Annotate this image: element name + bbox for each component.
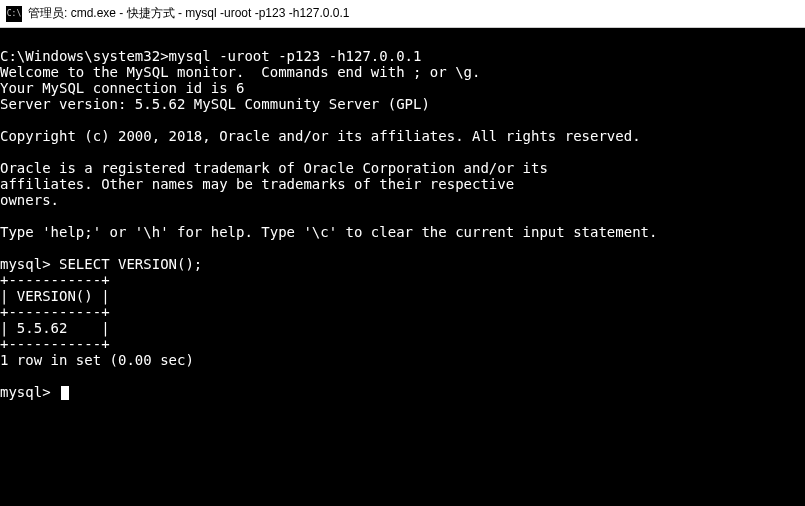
window-titlebar: C:\ 管理员: cmd.exe - 快捷方式 - mysql -uroot -… <box>0 0 805 28</box>
terminal-line: +-----------+ <box>0 304 110 320</box>
terminal-line: +-----------+ <box>0 336 110 352</box>
terminal-line: C:\Windows\system32>mysql -uroot -p123 -… <box>0 48 421 64</box>
window-title: 管理员: cmd.exe - 快捷方式 - mysql -uroot -p123… <box>28 5 349 22</box>
terminal-line: Type 'help;' or '\h' for help. Type '\c'… <box>0 224 657 240</box>
terminal-output[interactable]: C:\Windows\system32>mysql -uroot -p123 -… <box>0 28 805 400</box>
terminal-line: | VERSION() | <box>0 288 110 304</box>
terminal-line: affiliates. Other names may be trademark… <box>0 176 514 192</box>
terminal-line: Copyright (c) 2000, 2018, Oracle and/or … <box>0 128 641 144</box>
terminal-line: Welcome to the MySQL monitor. Commands e… <box>0 64 480 80</box>
terminal-line: 1 row in set (0.00 sec) <box>0 352 194 368</box>
terminal-line: | 5.5.62 | <box>0 320 110 336</box>
terminal-line: mysql> SELECT VERSION(); <box>0 256 202 272</box>
terminal-line: +-----------+ <box>0 272 110 288</box>
cmd-icon: C:\ <box>6 6 22 22</box>
terminal-prompt[interactable]: mysql> <box>0 384 59 400</box>
terminal-line: Server version: 5.5.62 MySQL Community S… <box>0 96 430 112</box>
terminal-line: Your MySQL connection id is 6 <box>0 80 244 96</box>
terminal-line: owners. <box>0 192 59 208</box>
terminal-line: Oracle is a registered trademark of Orac… <box>0 160 548 176</box>
cursor-icon <box>61 386 69 400</box>
